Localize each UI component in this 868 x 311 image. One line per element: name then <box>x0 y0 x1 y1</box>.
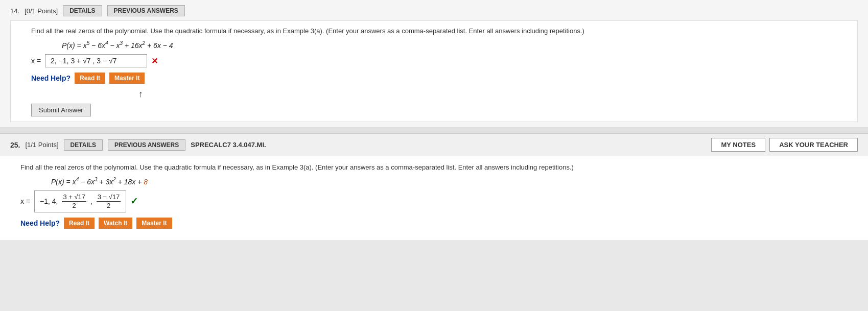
details-button-25[interactable]: DETAILS <box>64 139 103 151</box>
answer-row-25: x = −1, 4, 3 + √17 2 , 3 − √17 2 ✓ <box>20 190 858 212</box>
correct-mark-25: ✓ <box>130 196 138 207</box>
cursor-indicator: ↑ <box>138 89 847 100</box>
question-25-body: Find all the real zeros of the polynomia… <box>0 156 868 240</box>
question-24-body: Find all the real zeros of the polynomia… <box>10 20 858 122</box>
previous-answers-button-25[interactable]: PREVIOUS ANSWERS <box>108 139 185 151</box>
problem-text-24: Find all the real zeros of the polynomia… <box>31 26 847 36</box>
answer-prefix-24: x = <box>31 57 41 65</box>
polynomial-24: P(x) = x5 − 6x4 − x3 + 16x2 + 6x − 4 <box>31 40 847 50</box>
fraction-1-denominator: 2 <box>72 202 77 210</box>
previous-answers-button-24[interactable]: PREVIOUS ANSWERS <box>107 5 185 16</box>
incorrect-mark-24: ✕ <box>151 56 158 66</box>
need-help-row-24: Need Help? Read It Master It <box>31 73 847 84</box>
answer-box-24[interactable]: 2, −1, 3 + √7 , 3 − √7 <box>45 54 147 67</box>
need-help-row-25: Need Help? Read It Watch It Master It <box>20 218 858 229</box>
need-help-label-25: Need Help? <box>20 219 60 227</box>
problem-text-25: Find all the real zeros of the polynomia… <box>20 162 858 173</box>
question-24-points: [0/1 Points] <box>25 7 58 15</box>
answer-prefix-25: x = <box>20 197 30 205</box>
question-24-header: 14. [0/1 Points] DETAILS PREVIOUS ANSWER… <box>10 5 858 16</box>
fraction-1-numerator: 3 + √17 <box>62 193 86 202</box>
question-25-header: 25. [1/1 Points] DETAILS PREVIOUS ANSWER… <box>0 133 868 156</box>
question-24-number: 14. <box>10 7 19 15</box>
answer-row-24: x = 2, −1, 3 + √7 , 3 − √7 ✕ <box>31 54 847 67</box>
watch-it-button-25[interactable]: Watch It <box>99 218 132 229</box>
ask-teacher-button-25[interactable]: ASK YOUR TEACHER <box>769 138 858 152</box>
page-wrapper: 14. [0/1 Points] DETAILS PREVIOUS ANSWER… <box>0 0 868 311</box>
source-code-25: SPRECALC7 3.4.047.MI. <box>191 141 266 149</box>
my-notes-button-25[interactable]: MY NOTES <box>711 138 765 152</box>
fraction-2: 3 − √17 2 <box>97 193 121 209</box>
question-24-section: 14. [0/1 Points] DETAILS PREVIOUS ANSWER… <box>0 0 868 127</box>
header-right-25: MY NOTES ASK YOUR TEACHER <box>711 138 858 152</box>
answer-box-25[interactable]: −1, 4, 3 + √17 2 , 3 − √17 2 <box>34 190 126 212</box>
polynomial-25: P(x) = x4 − 6x3 + 3x2 + 18x + 8 <box>20 177 858 186</box>
fraction-1: 3 + √17 2 <box>62 193 86 209</box>
master-it-button-24[interactable]: Master It <box>109 73 145 84</box>
question-25-number: 25. <box>10 141 20 149</box>
fraction-2-numerator: 3 − √17 <box>97 193 121 202</box>
question-25-points: [1/1 Points] <box>25 141 58 149</box>
submit-answer-button-24[interactable]: Submit Answer <box>31 104 91 116</box>
fraction-2-denominator: 2 <box>106 202 111 210</box>
master-it-button-25[interactable]: Master It <box>136 218 172 229</box>
read-it-button-25[interactable]: Read It <box>64 218 95 229</box>
details-button-24[interactable]: DETAILS <box>63 5 102 16</box>
need-help-label-24: Need Help? <box>31 74 71 82</box>
section-divider <box>0 127 868 133</box>
read-it-button-24[interactable]: Read It <box>75 73 105 84</box>
